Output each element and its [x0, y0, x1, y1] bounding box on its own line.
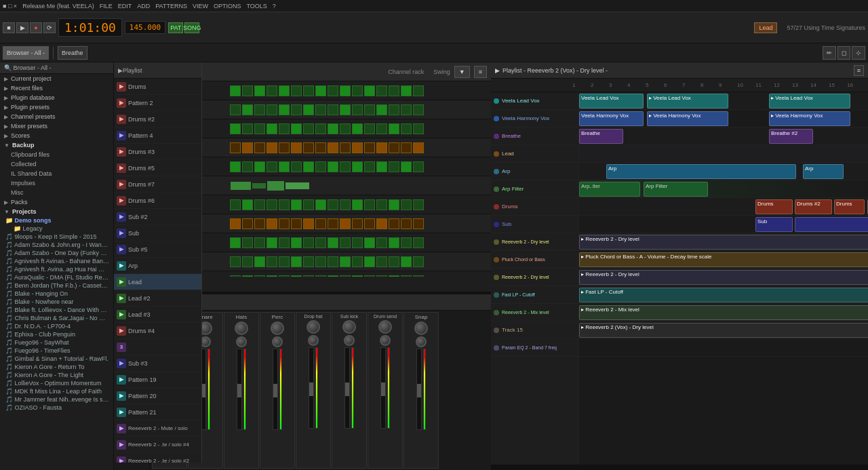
pad[interactable] — [376, 218, 387, 229]
clip-drums-3[interactable]: Drums — [834, 199, 865, 214]
sidebar-item-clipboard[interactable]: Clipboard files — [0, 150, 113, 159]
pad[interactable] — [328, 161, 338, 172]
pad[interactable] — [401, 256, 412, 267]
mixer-fader-handle[interactable] — [345, 383, 349, 396]
pad[interactable] — [364, 199, 375, 210]
mixer-fader[interactable] — [273, 349, 278, 430]
clip-veela-vox-1[interactable]: Veela Lead Vox — [579, 94, 644, 109]
pad[interactable] — [376, 199, 387, 210]
pad[interactable] — [413, 237, 424, 248]
mixer-knob[interactable] — [414, 321, 428, 335]
pad[interactable] — [254, 123, 265, 134]
sidebar-item-plugin-presets[interactable]: ▶ Plugin presets — [0, 102, 113, 112]
pad[interactable] — [401, 237, 412, 248]
pad[interactable] — [401, 123, 412, 134]
pattern-item-drums5[interactable]: ▶Drums #5 — [114, 160, 201, 176]
pad[interactable] — [279, 256, 290, 267]
pad[interactable] — [364, 104, 375, 115]
pad[interactable] — [303, 161, 314, 172]
pattern-item-lead3[interactable]: ▶Lead #3 — [114, 307, 201, 323]
mixer-fader-handle[interactable] — [237, 384, 241, 397]
pad[interactable] — [389, 237, 399, 248]
pad[interactable] — [267, 104, 277, 115]
list-item[interactable]: 🎵 Mr Jammer feat Nih..evenge Is sweet — [0, 395, 113, 404]
mixer-knob[interactable] — [307, 320, 320, 334]
list-item[interactable]: 🎵 Adam Szabo & John.erg - I Wanna Be — [0, 241, 113, 249]
breathe-button[interactable]: Breathe — [58, 46, 87, 60]
mixer-fader-handle[interactable] — [273, 384, 277, 397]
pattern-item-21[interactable]: ▶Pattern 21 — [114, 404, 201, 420]
pad[interactable] — [364, 161, 375, 172]
pad[interactable] — [254, 161, 265, 172]
pad[interactable] — [389, 142, 399, 153]
file-item-legacy[interactable]: 📁 Legacy — [0, 224, 113, 233]
list-item[interactable]: 🎵 Kieron A Gore - The Light — [0, 371, 113, 379]
clip-arp-1[interactable]: Arp — [606, 164, 796, 179]
sidebar-item-channel-presets[interactable]: ▶ Channel presets — [0, 112, 113, 121]
record-button[interactable]: ● — [30, 22, 42, 33]
mixer-knob2[interactable] — [308, 335, 319, 346]
pad[interactable] — [267, 237, 277, 248]
pad[interactable] — [376, 142, 387, 153]
pad[interactable] — [376, 104, 387, 115]
pad[interactable] — [413, 218, 424, 229]
pad[interactable] — [267, 161, 277, 172]
pad[interactable] — [340, 161, 351, 172]
list-item[interactable]: 🎵 Benn Jordan (The F.b.) - Cassette Cafe — [0, 281, 113, 290]
pad[interactable] — [291, 256, 302, 267]
pad[interactable] — [254, 237, 265, 248]
pad[interactable] — [352, 199, 363, 210]
mixer-fader-handle[interactable] — [417, 384, 421, 397]
clip-pluck-1[interactable]: ▸ Pluck Chord or Bass - A - Volume - Dec… — [579, 252, 868, 267]
pattern-item-reverb-te2[interactable]: ▶Reeeverb 2 - .te / solo #2 — [114, 453, 201, 463]
list-item[interactable]: 🎵 Blake - Nowhere near — [0, 298, 113, 306]
mixer-fader[interactable] — [416, 349, 422, 430]
browser-button[interactable]: Browser - All - — [3, 46, 49, 60]
mixer-knob[interactable] — [378, 320, 392, 334]
sidebar-item-collected[interactable]: Collected — [0, 159, 113, 169]
pattern-item-reverb-te4[interactable]: ▶Reeeverb 2 - .te / solo #4 — [114, 437, 201, 453]
pad[interactable] — [352, 218, 363, 229]
pad[interactable] — [364, 218, 375, 229]
pad[interactable] — [413, 256, 424, 267]
pad[interactable] — [340, 142, 351, 153]
pad[interactable] — [303, 104, 314, 115]
pad[interactable] — [242, 104, 253, 115]
list-item[interactable]: 🎵 Fuego96 - SayWhat — [0, 338, 113, 347]
list-item[interactable]: 🎵 Gimbal & Sinan + Tutorial - RawFl. — [0, 355, 113, 363]
select-tool[interactable]: ⊹ — [852, 46, 865, 60]
pattern-item-sub3[interactable]: ▶Sub #3 — [114, 355, 201, 372]
pattern-item-lead2[interactable]: ▶Lead #2 — [114, 290, 201, 307]
pattern-item-2[interactable]: ▶Pattern 2 — [114, 95, 201, 111]
pad[interactable] — [254, 85, 265, 96]
pad[interactable] — [279, 218, 290, 229]
pad[interactable] — [328, 123, 338, 134]
list-item[interactable]: 🎵 Kieron A Gore - Return To — [0, 363, 113, 371]
pad[interactable] — [315, 85, 326, 96]
pad[interactable] — [303, 123, 314, 134]
pad[interactable] — [242, 256, 253, 267]
list-item[interactable]: 🎵 OZIASO - Fausta — [0, 404, 113, 412]
pad[interactable] — [254, 104, 265, 115]
sidebar-item-recent-files[interactable]: ▶ Recent files — [0, 83, 113, 93]
list-item[interactable]: 🎵 Fuego96 - TimeFlies — [0, 347, 113, 355]
mixer-knob2[interactable] — [272, 336, 283, 347]
channel-selector[interactable]: Lead — [754, 22, 777, 33]
clip-reverb-dry-1[interactable]: ▸ Reeeverb 2 - Dry level — [579, 235, 868, 250]
pad[interactable] — [389, 161, 399, 172]
pad[interactable] — [254, 199, 265, 210]
pad[interactable] — [340, 123, 351, 134]
pad[interactable] — [291, 218, 302, 229]
pad[interactable] — [291, 104, 302, 115]
list-item[interactable]: 🎵 Agnivesh ft. Avina..ag Hua Hai Mujhe — [0, 265, 113, 273]
pad[interactable] — [328, 218, 338, 229]
pad[interactable] — [401, 199, 412, 210]
pad[interactable] — [352, 256, 363, 267]
mixer-fader[interactable] — [380, 347, 386, 429]
pad[interactable] — [315, 218, 326, 229]
pad[interactable] — [352, 161, 363, 172]
pad[interactable] — [389, 199, 399, 210]
pattern-item-sub5[interactable]: ▶Sub #5 — [114, 241, 201, 258]
mixer-knob2[interactable] — [416, 336, 427, 347]
menu-edit[interactable]: EDIT — [118, 3, 132, 9]
